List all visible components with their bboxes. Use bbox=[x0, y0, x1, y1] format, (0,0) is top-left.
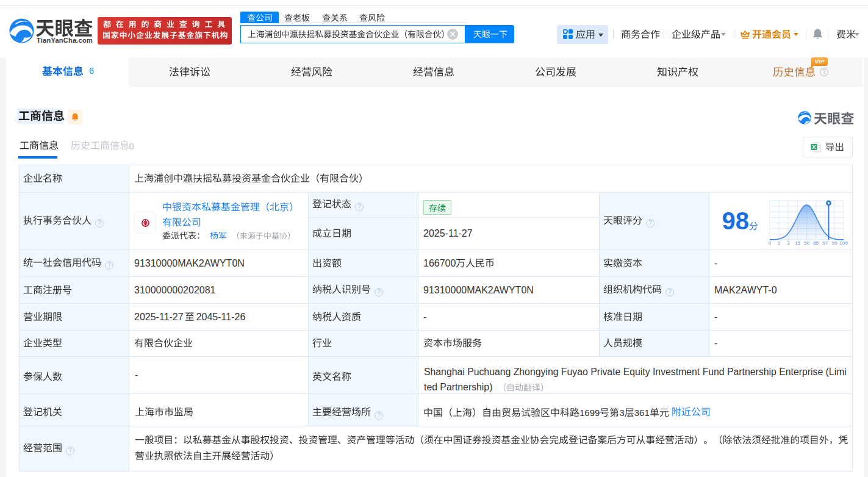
svg-text:50: 50 bbox=[804, 240, 809, 246]
svg-text:100: 100 bbox=[839, 240, 848, 246]
svg-text:85: 85 bbox=[813, 240, 819, 246]
svg-text:99: 99 bbox=[831, 240, 837, 246]
svg-text:0: 0 bbox=[769, 240, 772, 246]
svg-text:15: 15 bbox=[795, 240, 800, 246]
svg-text:1: 1 bbox=[778, 240, 781, 246]
svg-text:3: 3 bbox=[787, 240, 790, 246]
svg-text:97: 97 bbox=[822, 240, 828, 246]
